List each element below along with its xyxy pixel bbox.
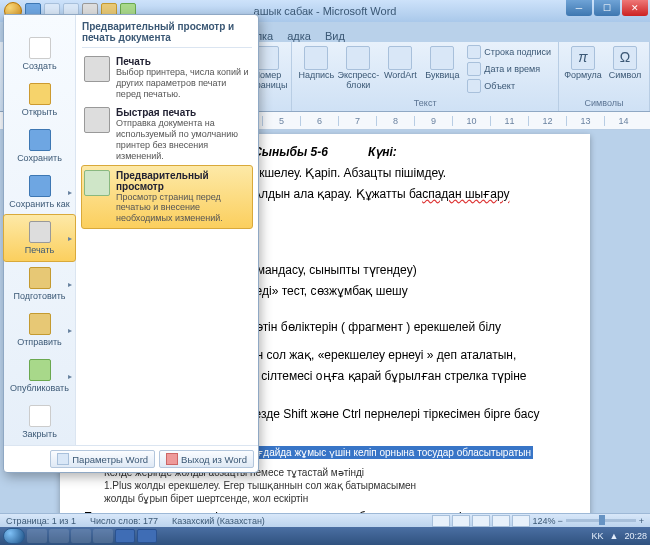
taskbar-ie-icon[interactable] [49, 529, 69, 543]
taskbar-word-icon[interactable] [115, 529, 135, 543]
saveas-icon [29, 175, 51, 197]
status-language[interactable]: Казахский (Казахстан) [172, 516, 265, 526]
quick-print-option[interactable]: Быстрая печатьОтправка документа на испо… [82, 103, 252, 165]
zoom-out-icon[interactable]: − [557, 516, 562, 526]
menu-print[interactable]: Печать▸ [3, 214, 76, 262]
object-icon [467, 79, 481, 93]
preview-icon [84, 170, 110, 196]
equation-icon: π [571, 46, 595, 70]
zoom-slider[interactable]: − + [557, 516, 644, 526]
textbox-icon [304, 46, 328, 70]
exit-icon [166, 453, 178, 465]
tray-flag-icon[interactable]: ▲ [610, 531, 619, 541]
gear-icon [57, 453, 69, 465]
menu-prepare[interactable]: Подготовить▸ [4, 261, 75, 307]
office-menu-left: Создать Открыть Сохранить Сохранить как▸… [4, 15, 76, 445]
office-menu-right: Предварительный просмотр и печать докуме… [76, 15, 258, 445]
ribbon-tab[interactable]: Вид [325, 30, 345, 42]
status-page[interactable]: Страница: 1 из 1 [6, 516, 76, 526]
open-icon [29, 83, 51, 105]
menu-save-as[interactable]: Сохранить как▸ [4, 169, 75, 215]
publish-icon [29, 359, 51, 381]
close-icon [29, 405, 51, 427]
office-menu: Создать Открыть Сохранить Сохранить как▸… [3, 14, 259, 473]
menu-send[interactable]: Отправить▸ [4, 307, 75, 353]
view-outline[interactable] [492, 515, 510, 527]
textbox-button[interactable]: Надпись [296, 44, 336, 83]
symbol-icon: Ω [613, 46, 637, 70]
status-bar: Страница: 1 из 1 Число слов: 177 Казахск… [0, 513, 650, 527]
view-print-layout[interactable] [432, 515, 450, 527]
chevron-right-icon: ▸ [68, 326, 72, 335]
tray-language[interactable]: KK [592, 531, 604, 541]
taskbar-media-icon[interactable] [71, 529, 91, 543]
view-draft[interactable] [512, 515, 530, 527]
print-icon [29, 221, 51, 243]
object-button[interactable]: Объект [464, 78, 554, 94]
menu-close[interactable]: Закрыть [4, 399, 75, 445]
ribbon-tab[interactable]: адка [287, 30, 311, 42]
system-tray: KK ▲ 20:28 [592, 531, 647, 541]
window-title: ашык сабак - Microsoft Word [254, 5, 397, 17]
class-label: Сыныбы 5-6 [253, 144, 328, 161]
view-web-layout[interactable] [472, 515, 490, 527]
menu-publish[interactable]: Опубликовать▸ [4, 353, 75, 399]
equation-button[interactable]: πФормула [563, 44, 603, 83]
print-option[interactable]: ПечатьВыбор принтера, числа копий и друг… [82, 52, 252, 103]
office-menu-footer: Параметры Word Выход из Word [4, 445, 258, 472]
day-label: Күні: [368, 144, 397, 161]
prepare-icon [29, 267, 51, 289]
send-icon [29, 313, 51, 335]
zoom-percent[interactable]: 124% [532, 516, 555, 526]
quick-parts-button[interactable]: Экспресс-блоки [338, 44, 378, 93]
windows-taskbar: KK ▲ 20:28 [0, 527, 650, 545]
taskbar-word-icon[interactable] [137, 529, 157, 543]
taskbar-app-icon[interactable] [93, 529, 113, 543]
group-label: Символы [563, 98, 645, 109]
wordart-button[interactable]: WordArt [380, 44, 420, 83]
group-label: Текст [296, 98, 554, 109]
status-words[interactable]: Число слов: 177 [90, 516, 158, 526]
taskbar-explorer-icon[interactable] [27, 529, 47, 543]
signature-line-button[interactable]: Строка подписи [464, 44, 554, 60]
zoom-in-icon[interactable]: + [639, 516, 644, 526]
start-button[interactable] [3, 528, 25, 544]
menu-save[interactable]: Сохранить [4, 123, 75, 169]
dropcap-icon [430, 46, 454, 70]
chevron-right-icon: ▸ [68, 372, 72, 381]
menu-open[interactable]: Открыть [4, 77, 75, 123]
view-fullscreen[interactable] [452, 515, 470, 527]
quick-print-icon [84, 107, 110, 133]
print-icon [84, 56, 110, 82]
zoom-track[interactable] [566, 519, 636, 522]
window-controls: ─ ☐ ✕ [566, 0, 648, 16]
close-button[interactable]: ✕ [622, 0, 648, 16]
chevron-right-icon: ▸ [68, 188, 72, 197]
maximize-button[interactable]: ☐ [594, 0, 620, 16]
minimize-button[interactable]: ─ [566, 0, 592, 16]
new-icon [29, 37, 51, 59]
submenu-header: Предварительный просмотр и печать докуме… [82, 21, 252, 48]
signature-icon [467, 45, 481, 59]
date-time-button[interactable]: Дата и время [464, 61, 554, 77]
wordart-icon [388, 46, 412, 70]
tray-clock[interactable]: 20:28 [624, 531, 647, 541]
menu-new[interactable]: Создать [4, 31, 75, 77]
chevron-right-icon: ▸ [68, 280, 72, 289]
word-options-button[interactable]: Параметры Word [50, 450, 155, 468]
quickparts-icon [346, 46, 370, 70]
zoom-handle[interactable] [599, 515, 605, 525]
symbol-button[interactable]: ΩСимвол [605, 44, 645, 83]
dropcap-button[interactable]: Буквица [422, 44, 462, 83]
date-icon [467, 62, 481, 76]
print-preview-option[interactable]: Предварительный просмотрПросмотр страниц… [81, 165, 253, 229]
save-icon [29, 129, 51, 151]
chevron-right-icon: ▸ [68, 234, 72, 243]
exit-word-button[interactable]: Выход из Word [159, 450, 254, 468]
